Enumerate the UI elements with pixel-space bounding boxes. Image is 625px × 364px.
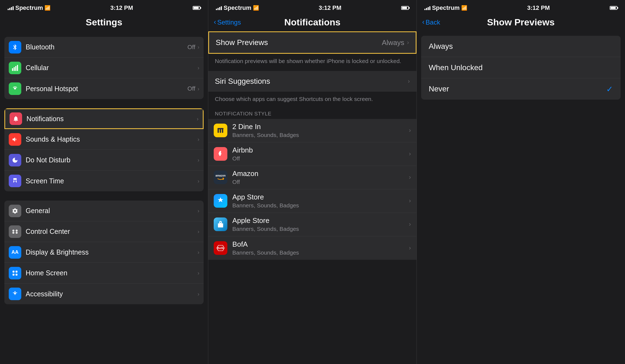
bofa-icon: BofA [214, 241, 227, 255]
screentime-chevron: › [198, 178, 200, 184]
app-row-applestore[interactable]: Apple Store Banners, Sounds, Badges › [208, 213, 416, 236]
appstore-icon [214, 194, 227, 208]
carrier-1: Spectrum 📶 [8, 4, 50, 11]
settings-item-cellular[interactable]: Cellular › [4, 58, 204, 78]
time-3: 3:12 PM [527, 4, 550, 11]
settings-item-controlcenter[interactable]: Control Center › [4, 221, 204, 242]
bluetooth-chevron: › [198, 44, 200, 50]
settings-item-bluetooth[interactable]: Bluetooth Off › [4, 37, 204, 58]
settings-item-donotdisturb[interactable]: Do Not Disturb › [4, 150, 204, 171]
amazon-chevron: › [409, 174, 411, 181]
show-previews-panel: Spectrum 📶 3:12 PM ‹ Back Show Previews … [417, 0, 625, 364]
back-label-3: Back [425, 19, 440, 26]
screentime-label: Screen Time [26, 177, 198, 185]
never-checkmark: ✓ [606, 84, 613, 94]
amazon-sub: Off [232, 179, 409, 185]
siri-suggestions-row[interactable]: Siri Suggestions › [208, 71, 416, 92]
notifications-content[interactable]: Show Previews Always › Notification prev… [208, 31, 416, 364]
back-button-2[interactable]: ‹ Settings [214, 18, 241, 26]
signal-icon [8, 6, 14, 10]
appstore-sub: Banners, Sounds, Badges [232, 202, 409, 209]
airbnb-chevron: › [409, 150, 411, 157]
cellular-chevron: › [198, 65, 200, 71]
svg-rect-22 [218, 128, 224, 129]
svg-point-8 [16, 230, 17, 231]
back-button-3[interactable]: ‹ Back [422, 18, 440, 26]
siri-desc: Choose which apps can suggest Shortcuts … [208, 92, 416, 108]
notification-style-header: NOTIFICATION STYLE [208, 109, 416, 119]
svg-point-12 [16, 232, 17, 233]
app-row-airbnb[interactable]: Airbnb Off › [208, 142, 416, 166]
settings-item-notifications[interactable]: Notifications › [4, 108, 204, 129]
back-label-2: Settings [217, 19, 241, 26]
settings-item-screentime[interactable]: Screen Time › [4, 171, 204, 191]
bluetooth-icon [9, 41, 21, 53]
wifi-icon-3: 📶 [461, 5, 467, 11]
amazon-icon: amazon [214, 171, 227, 184]
notifications-label: Notifications [26, 115, 197, 123]
preview-option-always[interactable]: Always [421, 36, 621, 57]
airbnb-icon [214, 147, 227, 161]
svg-point-10 [13, 232, 14, 233]
carrier-name-1: Spectrum [15, 4, 43, 11]
settings-item-display[interactable]: AA Display & Brightness › [4, 242, 204, 263]
app-row-2dinein[interactable]: 2 Dine In Banners, Sounds, Badges › [208, 119, 416, 142]
settings-item-hotspot[interactable]: Personal Hotspot Off › [4, 78, 204, 99]
homescreen-label: Home Screen [26, 269, 198, 277]
svg-rect-2 [15, 66, 16, 71]
bofa-info: BofA Banners, Sounds, Badges [232, 240, 409, 256]
accessibility-label: Accessibility [26, 290, 198, 298]
dnd-icon [9, 154, 21, 166]
preview-options-list: Always When Unlocked Never ✓ [417, 31, 625, 364]
settings-list[interactable]: Bluetooth Off › Cellular › [0, 31, 208, 364]
general-icon [9, 205, 21, 217]
svg-point-6 [13, 230, 14, 231]
2dinein-name: 2 Dine In [232, 123, 409, 131]
app-row-appstore[interactable]: App Store Banners, Sounds, Badges › [208, 189, 416, 213]
preview-option-never[interactable]: Never ✓ [421, 78, 621, 100]
signal-icon-2 [216, 6, 222, 10]
settings-item-sounds[interactable]: Sounds & Haptics › [4, 129, 204, 150]
svg-rect-1 [14, 67, 15, 71]
preview-option-when-unlocked[interactable]: When Unlocked [421, 57, 621, 78]
accessibility-icon [9, 288, 21, 300]
battery-area-2 [401, 6, 409, 10]
bofa-name: BofA [232, 240, 409, 249]
svg-rect-15 [13, 274, 14, 276]
never-label: Never [429, 85, 606, 93]
cellular-label: Cellular [26, 64, 195, 72]
applestore-name: Apple Store [232, 216, 409, 225]
applestore-sub: Banners, Sounds, Badges [232, 226, 409, 232]
cellular-icon [9, 62, 21, 74]
carrier-name-2: Spectrum [224, 4, 251, 11]
settings-item-homescreen[interactable]: Home Screen › [4, 263, 204, 284]
when-unlocked-label: When Unlocked [429, 63, 613, 72]
time-1: 3:12 PM [110, 4, 133, 11]
system-group: General › Control Center [4, 201, 204, 304]
back-chevron-2: ‹ [214, 18, 216, 26]
airbnb-sub: Off [232, 155, 409, 162]
status-bar-3: Spectrum 📶 3:12 PM [417, 0, 625, 15]
applestore-chevron: › [409, 221, 411, 228]
svg-rect-14 [16, 271, 17, 273]
hotspot-icon [9, 82, 21, 95]
carrier-name-3: Spectrum [432, 4, 460, 11]
bofa-sub: Banners, Sounds, Badges [232, 249, 409, 256]
app-row-amazon[interactable]: amazon Amazon Off › [208, 166, 416, 189]
show-previews-desc: Notification previews will be shown whet… [208, 54, 416, 70]
screentime-icon [9, 175, 21, 187]
settings-item-general[interactable]: General › [4, 201, 204, 221]
sounds-chevron: › [198, 136, 200, 142]
show-previews-row[interactable]: Show Previews Always › [209, 32, 415, 53]
nav-bar-1: Settings [0, 15, 208, 31]
app-row-bofa[interactable]: BofA BofA Banners, Sounds, Badges › [208, 236, 416, 260]
svg-rect-0 [12, 68, 13, 71]
general-chevron: › [198, 208, 200, 214]
appstore-name: App Store [232, 193, 409, 201]
battery-icon-1 [193, 6, 200, 10]
2dinein-chevron: › [409, 127, 411, 134]
settings-panel: Spectrum 📶 3:12 PM Settings Bluetooth Of [0, 0, 208, 364]
siri-label: Siri Suggestions [215, 77, 408, 86]
sounds-icon [9, 133, 21, 146]
settings-item-accessibility[interactable]: Accessibility › [4, 284, 204, 304]
